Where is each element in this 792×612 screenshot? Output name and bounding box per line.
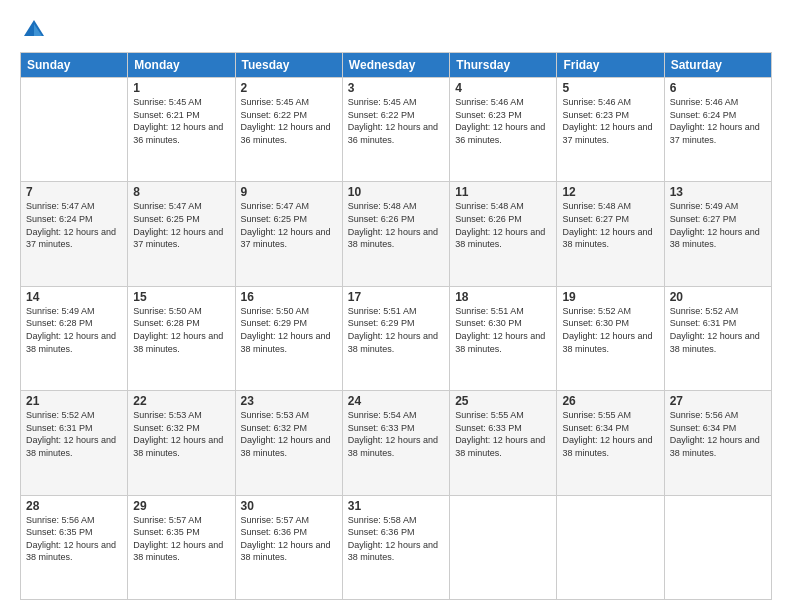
calendar-cell: 13Sunrise: 5:49 AM Sunset: 6:27 PM Dayli… [664, 182, 771, 286]
calendar-cell: 29Sunrise: 5:57 AM Sunset: 6:35 PM Dayli… [128, 495, 235, 599]
calendar-cell: 27Sunrise: 5:56 AM Sunset: 6:34 PM Dayli… [664, 391, 771, 495]
day-info: Sunrise: 5:46 AM Sunset: 6:23 PM Dayligh… [562, 96, 658, 146]
calendar-cell [664, 495, 771, 599]
day-number: 6 [670, 81, 766, 95]
day-number: 27 [670, 394, 766, 408]
day-info: Sunrise: 5:45 AM Sunset: 6:22 PM Dayligh… [241, 96, 337, 146]
day-info: Sunrise: 5:51 AM Sunset: 6:29 PM Dayligh… [348, 305, 444, 355]
calendar-cell: 3Sunrise: 5:45 AM Sunset: 6:22 PM Daylig… [342, 78, 449, 182]
day-info: Sunrise: 5:47 AM Sunset: 6:24 PM Dayligh… [26, 200, 122, 250]
day-number: 8 [133, 185, 229, 199]
col-header-saturday: Saturday [664, 53, 771, 78]
calendar-header-row: SundayMondayTuesdayWednesdayThursdayFrid… [21, 53, 772, 78]
calendar-cell: 11Sunrise: 5:48 AM Sunset: 6:26 PM Dayli… [450, 182, 557, 286]
calendar-cell: 9Sunrise: 5:47 AM Sunset: 6:25 PM Daylig… [235, 182, 342, 286]
day-info: Sunrise: 5:54 AM Sunset: 6:33 PM Dayligh… [348, 409, 444, 459]
col-header-sunday: Sunday [21, 53, 128, 78]
calendar-cell: 5Sunrise: 5:46 AM Sunset: 6:23 PM Daylig… [557, 78, 664, 182]
day-number: 17 [348, 290, 444, 304]
day-number: 26 [562, 394, 658, 408]
day-number: 29 [133, 499, 229, 513]
day-number: 31 [348, 499, 444, 513]
day-info: Sunrise: 5:56 AM Sunset: 6:35 PM Dayligh… [26, 514, 122, 564]
day-number: 22 [133, 394, 229, 408]
day-number: 7 [26, 185, 122, 199]
col-header-monday: Monday [128, 53, 235, 78]
day-number: 21 [26, 394, 122, 408]
calendar-cell: 6Sunrise: 5:46 AM Sunset: 6:24 PM Daylig… [664, 78, 771, 182]
day-info: Sunrise: 5:47 AM Sunset: 6:25 PM Dayligh… [133, 200, 229, 250]
calendar-cell: 14Sunrise: 5:49 AM Sunset: 6:28 PM Dayli… [21, 286, 128, 390]
calendar-cell: 26Sunrise: 5:55 AM Sunset: 6:34 PM Dayli… [557, 391, 664, 495]
calendar-week-3: 14Sunrise: 5:49 AM Sunset: 6:28 PM Dayli… [21, 286, 772, 390]
day-number: 10 [348, 185, 444, 199]
calendar-cell: 16Sunrise: 5:50 AM Sunset: 6:29 PM Dayli… [235, 286, 342, 390]
calendar-cell: 1Sunrise: 5:45 AM Sunset: 6:21 PM Daylig… [128, 78, 235, 182]
calendar-cell: 21Sunrise: 5:52 AM Sunset: 6:31 PM Dayli… [21, 391, 128, 495]
calendar-week-1: 1Sunrise: 5:45 AM Sunset: 6:21 PM Daylig… [21, 78, 772, 182]
day-info: Sunrise: 5:57 AM Sunset: 6:35 PM Dayligh… [133, 514, 229, 564]
day-number: 20 [670, 290, 766, 304]
day-number: 4 [455, 81, 551, 95]
day-number: 30 [241, 499, 337, 513]
calendar-cell: 10Sunrise: 5:48 AM Sunset: 6:26 PM Dayli… [342, 182, 449, 286]
calendar-cell: 22Sunrise: 5:53 AM Sunset: 6:32 PM Dayli… [128, 391, 235, 495]
day-number: 15 [133, 290, 229, 304]
day-info: Sunrise: 5:52 AM Sunset: 6:31 PM Dayligh… [670, 305, 766, 355]
logo-icon [20, 16, 48, 44]
day-info: Sunrise: 5:52 AM Sunset: 6:31 PM Dayligh… [26, 409, 122, 459]
day-info: Sunrise: 5:45 AM Sunset: 6:21 PM Dayligh… [133, 96, 229, 146]
calendar-cell: 15Sunrise: 5:50 AM Sunset: 6:28 PM Dayli… [128, 286, 235, 390]
logo [20, 16, 52, 44]
calendar-cell: 31Sunrise: 5:58 AM Sunset: 6:36 PM Dayli… [342, 495, 449, 599]
day-info: Sunrise: 5:45 AM Sunset: 6:22 PM Dayligh… [348, 96, 444, 146]
day-number: 14 [26, 290, 122, 304]
calendar-cell: 25Sunrise: 5:55 AM Sunset: 6:33 PM Dayli… [450, 391, 557, 495]
day-number: 25 [455, 394, 551, 408]
calendar-cell: 17Sunrise: 5:51 AM Sunset: 6:29 PM Dayli… [342, 286, 449, 390]
calendar-cell: 24Sunrise: 5:54 AM Sunset: 6:33 PM Dayli… [342, 391, 449, 495]
day-number: 11 [455, 185, 551, 199]
day-info: Sunrise: 5:55 AM Sunset: 6:33 PM Dayligh… [455, 409, 551, 459]
calendar-cell [450, 495, 557, 599]
day-number: 19 [562, 290, 658, 304]
day-number: 18 [455, 290, 551, 304]
day-info: Sunrise: 5:56 AM Sunset: 6:34 PM Dayligh… [670, 409, 766, 459]
calendar-cell: 8Sunrise: 5:47 AM Sunset: 6:25 PM Daylig… [128, 182, 235, 286]
day-info: Sunrise: 5:48 AM Sunset: 6:26 PM Dayligh… [348, 200, 444, 250]
col-header-thursday: Thursday [450, 53, 557, 78]
calendar: SundayMondayTuesdayWednesdayThursdayFrid… [20, 52, 772, 600]
calendar-cell: 19Sunrise: 5:52 AM Sunset: 6:30 PM Dayli… [557, 286, 664, 390]
day-info: Sunrise: 5:48 AM Sunset: 6:27 PM Dayligh… [562, 200, 658, 250]
day-info: Sunrise: 5:49 AM Sunset: 6:27 PM Dayligh… [670, 200, 766, 250]
day-number: 3 [348, 81, 444, 95]
day-number: 24 [348, 394, 444, 408]
calendar-cell: 2Sunrise: 5:45 AM Sunset: 6:22 PM Daylig… [235, 78, 342, 182]
day-info: Sunrise: 5:53 AM Sunset: 6:32 PM Dayligh… [133, 409, 229, 459]
day-number: 12 [562, 185, 658, 199]
calendar-cell: 28Sunrise: 5:56 AM Sunset: 6:35 PM Dayli… [21, 495, 128, 599]
day-info: Sunrise: 5:57 AM Sunset: 6:36 PM Dayligh… [241, 514, 337, 564]
day-info: Sunrise: 5:51 AM Sunset: 6:30 PM Dayligh… [455, 305, 551, 355]
day-info: Sunrise: 5:49 AM Sunset: 6:28 PM Dayligh… [26, 305, 122, 355]
day-info: Sunrise: 5:46 AM Sunset: 6:24 PM Dayligh… [670, 96, 766, 146]
day-number: 28 [26, 499, 122, 513]
day-info: Sunrise: 5:48 AM Sunset: 6:26 PM Dayligh… [455, 200, 551, 250]
calendar-cell: 20Sunrise: 5:52 AM Sunset: 6:31 PM Dayli… [664, 286, 771, 390]
col-header-wednesday: Wednesday [342, 53, 449, 78]
day-info: Sunrise: 5:52 AM Sunset: 6:30 PM Dayligh… [562, 305, 658, 355]
day-number: 23 [241, 394, 337, 408]
day-info: Sunrise: 5:53 AM Sunset: 6:32 PM Dayligh… [241, 409, 337, 459]
calendar-cell: 4Sunrise: 5:46 AM Sunset: 6:23 PM Daylig… [450, 78, 557, 182]
calendar-cell [21, 78, 128, 182]
day-number: 2 [241, 81, 337, 95]
day-number: 1 [133, 81, 229, 95]
day-info: Sunrise: 5:46 AM Sunset: 6:23 PM Dayligh… [455, 96, 551, 146]
calendar-cell: 23Sunrise: 5:53 AM Sunset: 6:32 PM Dayli… [235, 391, 342, 495]
col-header-friday: Friday [557, 53, 664, 78]
calendar-cell [557, 495, 664, 599]
col-header-tuesday: Tuesday [235, 53, 342, 78]
day-number: 16 [241, 290, 337, 304]
calendar-cell: 18Sunrise: 5:51 AM Sunset: 6:30 PM Dayli… [450, 286, 557, 390]
calendar-cell: 30Sunrise: 5:57 AM Sunset: 6:36 PM Dayli… [235, 495, 342, 599]
